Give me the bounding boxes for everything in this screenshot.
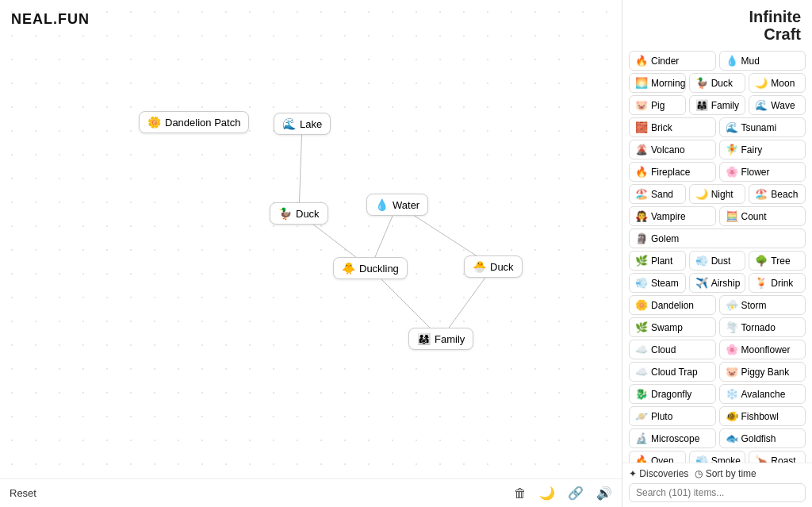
item-icon: 🍹 (755, 277, 768, 289)
trash-icon[interactable]: 🗑 (514, 486, 527, 501)
item-chip[interactable]: 🌊Tsunami (719, 117, 806, 137)
item-chip[interactable]: 🔥Oven (629, 451, 686, 463)
item-chip[interactable]: 🏖️Sand (629, 184, 686, 204)
item-icon: 🌳 (755, 255, 768, 267)
item-chip[interactable]: 💨Dust (689, 251, 746, 271)
item-chip[interactable]: 🦆Duck (689, 73, 746, 93)
item-chip[interactable]: 🗿Golem (629, 229, 806, 248)
item-chip[interactable]: 💨Steam (629, 273, 686, 293)
item-chip[interactable]: 🌿Swamp (629, 317, 716, 337)
item-label: Beach (771, 189, 798, 200)
item-chip[interactable]: 🌳Tree (749, 251, 806, 271)
share-icon[interactable]: 🔗 (568, 486, 584, 501)
items-row: 🗿Golem (629, 229, 806, 248)
item-chip[interactable]: 🐷Piggy Bank (719, 362, 806, 382)
item-chip[interactable]: 🔥Fireplace (629, 162, 716, 182)
craft-node-duck1[interactable]: 🦆Duck (270, 202, 328, 225)
item-icon: 🌼 (635, 299, 648, 311)
sort-button[interactable]: ◷ Sort by time (695, 468, 756, 479)
item-chip[interactable]: 🔬Microscope (629, 428, 716, 448)
item-chip[interactable]: 🧱Brick (629, 117, 716, 137)
panel-header: Infinite Craft (622, 0, 812, 48)
item-chip[interactable]: 🐟Goldfish (719, 428, 806, 448)
item-label: Night (711, 189, 733, 200)
item-chip[interactable]: ❄️Avalanche (719, 384, 806, 404)
item-chip[interactable]: ⛈️Storm (719, 295, 806, 315)
item-label: Cloud (651, 344, 676, 355)
item-label: Moonflower (741, 344, 791, 355)
craft-node-lake[interactable]: 🌊Lake (274, 113, 331, 135)
item-chip[interactable]: 💨Smoke (689, 451, 746, 463)
item-chip[interactable]: 🐠Fishbowl (719, 406, 806, 426)
item-chip[interactable]: 🌼Dandelion (629, 295, 716, 315)
item-icon: 🐠 (726, 410, 738, 422)
item-chip[interactable]: 🧛Vampire (629, 206, 716, 226)
item-chip[interactable]: 🍗Roast (749, 451, 806, 463)
reset-button[interactable]: Reset (10, 487, 36, 499)
item-chip[interactable]: ☁️Cloud Trap (629, 362, 716, 382)
item-icon: 💨 (635, 277, 648, 289)
craft-node-water[interactable]: 💧Water (366, 194, 428, 216)
item-chip[interactable]: 🌪️Tornado (719, 317, 806, 337)
item-icon: ⛈️ (726, 299, 738, 311)
item-label: Tree (771, 255, 790, 267)
items-row: 🌅Morning🦆Duck🌙Moon (629, 73, 806, 93)
item-chip[interactable]: ☁️Cloud (629, 340, 716, 359)
item-icon: 🔬 (635, 432, 648, 444)
item-chip[interactable]: 🌊Wave (749, 95, 806, 115)
item-chip[interactable]: 🌿Plant (629, 251, 686, 271)
item-label: Tsunami (741, 122, 777, 133)
item-chip[interactable]: 🧚Fairy (719, 140, 806, 159)
item-label: Dragonfly (651, 389, 691, 400)
item-chip[interactable]: 🔥Cinder (629, 51, 716, 71)
items-row: 🧛Vampire🧮Count (629, 206, 806, 226)
item-icon: 🐷 (635, 99, 648, 111)
item-chip[interactable]: 🌸Flower (719, 162, 806, 182)
item-chip[interactable]: 🏖️Beach (749, 184, 806, 204)
moon-icon[interactable]: 🌙 (539, 486, 555, 501)
item-chip[interactable]: 💧Mud (719, 51, 806, 71)
item-chip[interactable]: 🌸Moonflower (719, 340, 806, 359)
item-chip[interactable]: 🌅Morning (629, 73, 686, 93)
item-chip[interactable]: ✈️Airship (689, 273, 746, 293)
item-chip[interactable]: 🌙Moon (749, 73, 806, 93)
item-chip[interactable]: 👨‍👩‍👧Family (689, 95, 746, 115)
item-icon: 🍗 (755, 455, 768, 463)
item-icon: ❄️ (726, 388, 738, 400)
item-icon: 🧱 (635, 121, 648, 133)
item-label: Plant (651, 255, 672, 267)
item-label: Piggy Bank (741, 367, 790, 378)
craft-node-duckling[interactable]: 🐥Duckling (333, 257, 408, 279)
item-chip[interactable]: 🧮Count (719, 206, 806, 226)
item-icon: ☁️ (635, 344, 648, 355)
search-input[interactable] (629, 483, 806, 502)
item-chip[interactable]: 🌙Night (689, 184, 746, 204)
item-icon: 🧚 (726, 144, 738, 156)
item-icon: 🌙 (755, 77, 768, 89)
node-emoji: 🐥 (342, 262, 355, 275)
app-logo: NEAL.FUN (11, 11, 90, 28)
item-label: Dust (711, 255, 731, 267)
craft-node-duck2[interactable]: 🐣Duck (464, 255, 523, 278)
item-label: Fireplace (651, 167, 690, 178)
node-label: Family (435, 333, 465, 345)
items-row: 🔥Cinder💧Mud (629, 51, 806, 71)
item-chip[interactable]: 🌋Volcano (629, 140, 716, 159)
discoveries-button[interactable]: ✦ Discoveries (629, 468, 688, 479)
craft-node-dandelion-patch[interactable]: 🌼Dandelion Patch (139, 111, 249, 133)
item-icon: 🌸 (726, 166, 738, 178)
item-icon: 💨 (695, 455, 708, 463)
item-chip[interactable]: 🪐Pluto (629, 406, 716, 426)
item-icon: 🌅 (635, 77, 648, 89)
item-chip[interactable]: 🐷Pig (629, 95, 686, 115)
items-row: 🧱Brick🌊Tsunami (629, 117, 806, 137)
item-chip[interactable]: 🍹Drink (749, 273, 806, 293)
craft-node-family[interactable]: 👨‍👩‍👧Family (408, 328, 473, 350)
canvas-area[interactable]: NEAL.FUN 🌼Dandelion Patch🌊Lake🦆Duck💧Wate… (0, 0, 622, 507)
item-icon: 🔥 (635, 455, 648, 463)
items-row: 🐷Pig👨‍👩‍👧Family🌊Wave (629, 95, 806, 115)
item-icon: 🌊 (755, 99, 768, 111)
item-chip[interactable]: 🐉Dragonfly (629, 384, 716, 404)
volume-icon[interactable]: 🔊 (596, 486, 612, 501)
item-label: Dandelion (651, 300, 694, 311)
